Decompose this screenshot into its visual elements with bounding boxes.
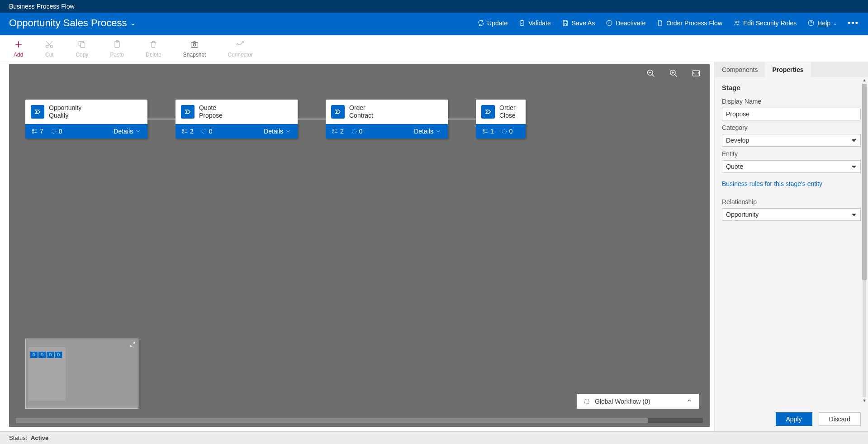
display-name-label: Display Name — [722, 98, 861, 105]
svg-point-11 — [193, 43, 196, 46]
global-workflow-label: Global Workflow (0) — [595, 398, 650, 405]
zoom-out-icon[interactable] — [646, 69, 655, 78]
section-header: Stage — [722, 84, 861, 91]
canvas-horizontal-scrollbar[interactable] — [16, 418, 703, 423]
minimap-expand[interactable] — [129, 341, 136, 349]
svg-rect-26 — [483, 129, 484, 131]
relationship-label: Relationship — [722, 198, 861, 205]
relationship-select[interactable]: Opportunity — [722, 208, 861, 221]
stage-qualify[interactable]: OpportunityQualify70Details — [25, 100, 147, 138]
stage-field-count: 2 — [332, 128, 344, 135]
delete-icon — [149, 40, 158, 49]
main: OpportunityQualify70DetailsQuotePropose2… — [0, 62, 868, 431]
more-button[interactable]: ••• — [848, 19, 859, 28]
minimap-stage: D — [47, 352, 54, 358]
stage-entity: Opportunity — [49, 104, 81, 112]
canvas-tools — [646, 69, 701, 78]
stage-workflow-count: 0 — [501, 128, 513, 135]
process-title[interactable]: Opportunity Sales Process ⌄ — [9, 17, 136, 29]
minimap-stage: D — [55, 352, 62, 358]
stage-connector — [147, 119, 175, 119]
tab-properties[interactable]: Properties — [765, 62, 811, 77]
stage-propose[interactable]: QuotePropose20Details — [175, 100, 298, 138]
add-button[interactable]: Add — [14, 40, 23, 58]
connector-icon — [236, 40, 245, 49]
paste-button[interactable]: Paste — [110, 40, 124, 58]
business-rules-link[interactable]: Business rules for this stage's entity — [722, 180, 822, 187]
status-value: Active — [31, 434, 48, 441]
svg-rect-21 — [183, 132, 184, 133]
svg-point-2 — [735, 21, 737, 23]
svg-rect-18 — [33, 132, 34, 133]
svg-point-6 — [51, 46, 53, 48]
stage-icon — [331, 105, 345, 119]
canvas-wrap: OpportunityQualify70DetailsQuotePropose2… — [0, 62, 714, 431]
svg-point-22 — [202, 129, 206, 133]
stage-field-count: 2 — [182, 128, 194, 135]
global-workflow-panel[interactable]: Global Workflow (0) — [577, 394, 699, 409]
svg-rect-27 — [483, 132, 484, 133]
header-actions: Update Validate Save As Deactivate Order… — [477, 19, 859, 28]
connector-button[interactable]: Connector — [228, 40, 252, 58]
chevron-down-icon: ⌄ — [130, 19, 136, 27]
cut-button[interactable]: Cut — [45, 40, 54, 58]
save-as-button[interactable]: Save As — [562, 19, 595, 27]
svg-rect-24 — [333, 132, 334, 133]
svg-rect-23 — [333, 129, 334, 131]
stage-details-button[interactable]: Details — [414, 128, 441, 135]
svg-point-13 — [242, 41, 243, 43]
stage-icon — [181, 105, 194, 119]
stage-row: OpportunityQualify70DetailsQuotePropose2… — [25, 100, 526, 138]
refresh-icon — [477, 19, 484, 27]
scroll-down-icon[interactable]: ▼ — [862, 398, 867, 403]
copy-icon — [77, 40, 86, 49]
top-banner-title: Business Process Flow — [9, 3, 75, 10]
minimap-stage: D — [38, 352, 46, 358]
stage-details-button[interactable]: Details — [114, 128, 141, 135]
workflow-icon — [583, 398, 590, 405]
document-icon — [656, 19, 664, 27]
zoom-in-icon[interactable] — [669, 69, 678, 78]
deactivate-button[interactable]: Deactivate — [606, 19, 645, 27]
stage-contract[interactable]: OrderContract20Details — [326, 100, 448, 138]
stage-details-button[interactable]: Details — [264, 128, 291, 135]
apply-button[interactable]: Apply — [776, 412, 812, 426]
help-icon — [807, 19, 815, 27]
edit-security-roles-button[interactable]: Edit Security Roles — [733, 19, 797, 27]
scrollbar-thumb[interactable] — [862, 84, 867, 280]
help-button[interactable]: Help ⌄ — [807, 19, 837, 27]
minimap[interactable]: DDDD — [25, 339, 138, 409]
discard-button[interactable]: Discard — [819, 412, 861, 426]
snapshot-button[interactable]: Snapshot — [183, 40, 206, 58]
stage-name: Qualify — [49, 112, 81, 119]
plus-icon — [14, 40, 23, 49]
scrollbar-thumb[interactable] — [16, 418, 648, 423]
stage-workflow-count: 0 — [51, 128, 62, 135]
category-select[interactable]: Develop — [722, 134, 861, 147]
top-banner: Business Process Flow — [0, 0, 868, 13]
copy-button[interactable]: Copy — [76, 40, 88, 58]
stage-icon — [481, 105, 495, 119]
side-vertical-scrollbar[interactable]: ▲ ▼ — [862, 76, 867, 404]
svg-point-19 — [52, 129, 56, 133]
svg-point-5 — [46, 46, 48, 48]
display-name-input[interactable] — [722, 108, 861, 120]
side-actions: Apply Discard — [715, 407, 868, 431]
update-button[interactable]: Update — [477, 19, 508, 27]
svg-point-29 — [584, 399, 589, 404]
validate-button[interactable]: Validate — [518, 19, 551, 27]
clipboard-check-icon — [518, 19, 526, 27]
canvas[interactable]: OpportunityQualify70DetailsQuotePropose2… — [9, 64, 710, 427]
chevron-up-icon[interactable] — [686, 397, 693, 405]
stage-name: Close — [499, 112, 516, 119]
entity-select[interactable]: Quote — [722, 160, 861, 173]
stage-workflow-count: 0 — [201, 128, 213, 135]
delete-button[interactable]: Delete — [146, 40, 161, 58]
svg-rect-17 — [33, 129, 34, 131]
svg-point-12 — [237, 43, 238, 45]
order-process-flow-button[interactable]: Order Process Flow — [656, 19, 722, 27]
stage-close[interactable]: OrderClose10 — [476, 100, 526, 138]
fit-to-screen-icon[interactable] — [692, 69, 701, 78]
tab-components[interactable]: Components — [715, 62, 765, 77]
scroll-up-icon[interactable]: ▲ — [862, 77, 867, 83]
